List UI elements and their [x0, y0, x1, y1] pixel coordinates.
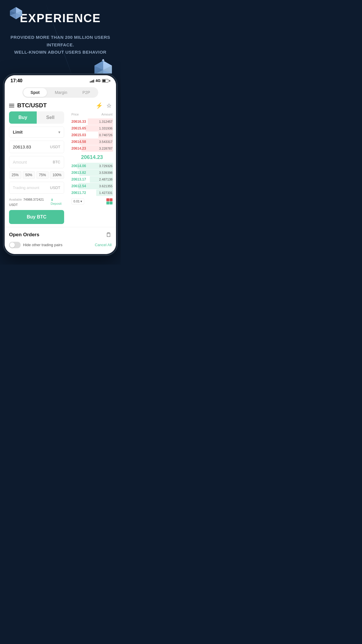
open-orders-section: Open Orders 🗒 Hide other trading pairs C…: [5, 227, 116, 254]
status-time: 17:40: [10, 78, 22, 83]
ask-amount-2: 0.740726: [99, 133, 113, 137]
bid-row-0[interactable]: 20614.06 3.729326: [71, 163, 113, 169]
trading-header: BTC/USDT ⚡ ☆: [5, 99, 116, 111]
ask-row-4[interactable]: 20614.23 3.228787: [71, 145, 113, 152]
asks-list: 20616.33 1.312457 20615.65 1.331936 2061…: [71, 118, 113, 152]
open-orders-header: Open Orders 🗒: [9, 232, 112, 238]
trading-amount-input[interactable]: Trading amount USDT: [9, 182, 64, 194]
tab-spot[interactable]: Spot: [23, 88, 47, 97]
bid-row-4[interactable]: 20611.72 1.427331: [71, 190, 113, 196]
bid-amount-2: 2.487138: [99, 178, 113, 181]
ob-view-toggle[interactable]: [106, 198, 113, 204]
amount-col-header: Amount: [101, 113, 113, 116]
sell-tab[interactable]: Sell: [37, 111, 64, 124]
hero-subtitle: PROVIDED MORE THAN 200 MILLION USERS INT…: [6, 34, 115, 56]
hide-pairs-toggle[interactable]: [9, 242, 21, 248]
candlestick-icon[interactable]: ⚡: [96, 102, 103, 109]
ask-row-1[interactable]: 20615.65 1.331936: [71, 125, 113, 132]
ask-amount-1: 1.331936: [99, 127, 113, 130]
precision-value: 0.01: [73, 200, 80, 203]
hero-section: EXPERIENCE PROVIDED MORE THAN 200 MILLIO…: [0, 0, 121, 74]
buy-btc-button[interactable]: Buy BTC: [9, 210, 64, 224]
chevron-down-icon: ▾: [58, 130, 60, 134]
bid-price-0: 20614.06: [71, 164, 86, 168]
phone-mockup: 17:40 4G: [0, 74, 121, 265]
ask-price-1: 20615.65: [71, 126, 86, 130]
percent-row: 25% 50% 75% 100%: [9, 171, 64, 179]
trading-area: Buy Sell Limit ▾ 20613.83 USDT: [5, 111, 116, 227]
ask-price-2: 20615.03: [71, 133, 86, 137]
available-label: Available: [9, 198, 22, 201]
precision-chevron: ▾: [80, 200, 82, 203]
hide-pairs-row: Hide other trading pairs Cancel All: [9, 242, 112, 251]
pct-50-btn[interactable]: 50%: [23, 171, 35, 179]
order-book-panel: Price Amount 20616.33 1.312457 20615.65: [69, 111, 115, 224]
tab-p2p[interactable]: P2P: [75, 88, 97, 97]
bids-list: 20614.06 3.729326 20613.82 3.539398 2061…: [71, 163, 113, 196]
precision-selector[interactable]: 0.01 ▾: [71, 198, 84, 204]
price-input[interactable]: 20613.83 USDT: [9, 141, 64, 153]
trade-tabs: Spot Margin P2P: [5, 85, 116, 99]
buy-sell-tabs: Buy Sell: [9, 111, 64, 124]
available-row: Available 74988.372421 USDT ⬇ Deposit: [9, 197, 64, 207]
tab-margin[interactable]: Margin: [48, 88, 75, 97]
order-form-panel: Buy Sell Limit ▾ 20613.83 USDT: [6, 111, 67, 224]
price-col-header: Price: [71, 113, 79, 116]
bid-price-4: 20611.72: [71, 191, 86, 195]
order-type-select[interactable]: Limit ▾: [9, 127, 64, 138]
header-right: ⚡ ☆: [96, 102, 112, 109]
bid-amount-4: 1.427331: [99, 191, 113, 195]
bid-amount-0: 3.729326: [99, 164, 113, 168]
bid-price-1: 20613.82: [71, 171, 86, 175]
mid-price[interactable]: 20614.23: [71, 152, 113, 163]
ask-price-3: 20614.58: [71, 140, 86, 144]
status-bar: 17:40 4G: [5, 75, 116, 85]
buy-tab[interactable]: Buy: [9, 111, 37, 124]
gem-top-left: [9, 6, 23, 20]
pct-25-btn[interactable]: 25%: [9, 171, 21, 179]
trading-pair: BTC/USDT: [17, 102, 47, 109]
ask-row-0[interactable]: 20616.33 1.312457: [71, 118, 113, 125]
network-label: 4G: [96, 78, 101, 83]
gem-top-right: [92, 58, 115, 74]
amount-placeholder: Amount: [13, 160, 27, 164]
trading-currency: USDT: [50, 186, 60, 190]
signal-icon: [90, 79, 94, 83]
price-currency: USDT: [50, 145, 60, 149]
ask-row-2[interactable]: 20615.03 0.740726: [71, 132, 113, 138]
amount-input[interactable]: Amount BTC: [9, 156, 64, 168]
ask-price-4: 20614.23: [71, 146, 86, 150]
open-orders-title: Open Orders: [9, 232, 39, 238]
ask-row-3[interactable]: 20614.58 3.543317: [71, 139, 113, 145]
bid-row-1[interactable]: 20613.82 3.539398: [71, 169, 113, 176]
trading-amount-placeholder: Trading amount: [13, 186, 39, 190]
ask-amount-4: 3.228787: [99, 147, 113, 150]
battery-icon: [102, 79, 110, 83]
amount-currency: BTC: [53, 160, 60, 164]
header-left: BTC/USDT: [9, 102, 47, 109]
ask-amount-0: 1.312457: [99, 120, 113, 123]
bid-row-3[interactable]: 20612.54 3.621355: [71, 183, 113, 189]
bid-amount-1: 3.539398: [99, 171, 113, 174]
order-type-label: Limit: [13, 130, 22, 134]
pct-100-btn[interactable]: 100%: [50, 171, 64, 179]
deposit-icon: ⬇: [51, 198, 53, 202]
phone-screen: 17:40 4G: [5, 75, 116, 254]
ask-price-0: 20616.33: [71, 120, 86, 124]
bid-row-2[interactable]: 20613.17 2.487138: [71, 176, 113, 183]
orders-history-icon[interactable]: 🗒: [106, 232, 112, 238]
bid-price-2: 20613.17: [71, 177, 86, 181]
deposit-link[interactable]: ⬇ Deposit: [51, 198, 64, 205]
orderbook-controls: 0.01 ▾: [71, 197, 113, 206]
cancel-all-button[interactable]: Cancel All: [95, 243, 112, 247]
bid-price-3: 20612.54: [71, 184, 86, 188]
orderbook-header: Price Amount: [71, 111, 113, 117]
phone-frame: 17:40 4G: [3, 74, 118, 256]
menu-icon[interactable]: [9, 104, 14, 107]
pct-75-btn[interactable]: 75%: [36, 171, 49, 179]
svg-marker-14: [102, 59, 105, 61]
bid-amount-3: 3.621355: [99, 184, 113, 188]
ask-amount-3: 3.543317: [99, 140, 113, 144]
watchlist-icon[interactable]: ☆: [106, 102, 112, 109]
status-icons: 4G: [90, 78, 110, 83]
